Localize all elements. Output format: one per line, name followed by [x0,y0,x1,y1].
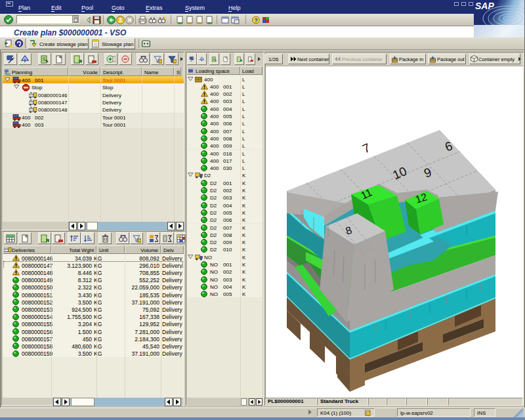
svg-text:?: ? [255,17,259,24]
svg-text:7: 7 [360,140,372,156]
